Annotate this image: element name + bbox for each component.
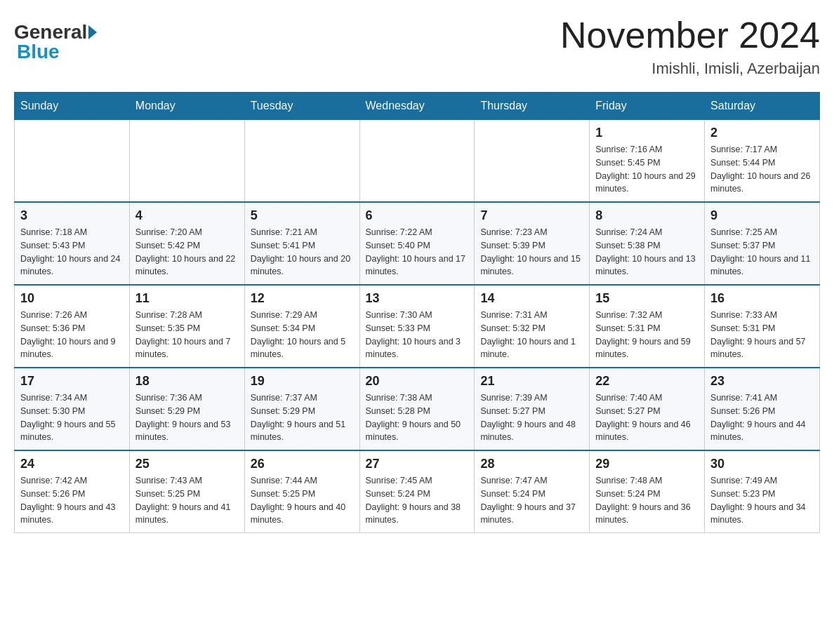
day-number: 6	[366, 208, 469, 223]
calendar-cell: 21Sunrise: 7:39 AM Sunset: 5:27 PM Dayli…	[475, 368, 590, 450]
day-info: Sunrise: 7:43 AM Sunset: 5:25 PM Dayligh…	[135, 474, 239, 527]
logo-blue-text: Blue	[17, 41, 60, 63]
day-number: 15	[595, 291, 699, 306]
calendar-cell: 30Sunrise: 7:49 AM Sunset: 5:23 PM Dayli…	[705, 450, 820, 533]
calendar-week-2: 3Sunrise: 7:18 AM Sunset: 5:43 PM Daylig…	[15, 202, 820, 285]
day-number: 14	[480, 291, 583, 306]
calendar-cell	[129, 120, 244, 203]
day-info: Sunrise: 7:24 AM Sunset: 5:38 PM Dayligh…	[595, 226, 699, 279]
calendar-cell: 5Sunrise: 7:21 AM Sunset: 5:41 PM Daylig…	[244, 202, 359, 285]
day-info: Sunrise: 7:18 AM Sunset: 5:43 PM Dayligh…	[20, 226, 124, 279]
header-day-tuesday: Tuesday	[244, 93, 359, 120]
day-info: Sunrise: 7:23 AM Sunset: 5:39 PM Dayligh…	[480, 226, 583, 279]
calendar-cell: 24Sunrise: 7:42 AM Sunset: 5:26 PM Dayli…	[15, 450, 130, 533]
day-number: 4	[135, 208, 239, 223]
header-day-wednesday: Wednesday	[359, 93, 475, 120]
page-header: General Blue November 2024 Imishli, Imis…	[14, 14, 820, 78]
day-number: 3	[20, 208, 124, 223]
day-info: Sunrise: 7:36 AM Sunset: 5:29 PM Dayligh…	[135, 391, 239, 444]
day-info: Sunrise: 7:17 AM Sunset: 5:44 PM Dayligh…	[710, 143, 814, 196]
logo-arrow-icon	[88, 25, 97, 39]
day-info: Sunrise: 7:16 AM Sunset: 5:45 PM Dayligh…	[595, 143, 699, 196]
day-info: Sunrise: 7:32 AM Sunset: 5:31 PM Dayligh…	[595, 309, 699, 361]
day-info: Sunrise: 7:30 AM Sunset: 5:33 PM Dayligh…	[366, 309, 469, 361]
day-number: 8	[595, 208, 699, 223]
calendar-week-4: 17Sunrise: 7:34 AM Sunset: 5:30 PM Dayli…	[15, 368, 820, 450]
day-info: Sunrise: 7:39 AM Sunset: 5:27 PM Dayligh…	[480, 391, 583, 444]
day-info: Sunrise: 7:49 AM Sunset: 5:23 PM Dayligh…	[710, 474, 814, 527]
calendar-title: November 2024	[560, 14, 820, 56]
day-info: Sunrise: 7:22 AM Sunset: 5:40 PM Dayligh…	[366, 226, 469, 279]
day-info: Sunrise: 7:47 AM Sunset: 5:24 PM Dayligh…	[480, 474, 583, 527]
calendar-cell: 10Sunrise: 7:26 AM Sunset: 5:36 PM Dayli…	[15, 285, 130, 368]
day-info: Sunrise: 7:21 AM Sunset: 5:41 PM Dayligh…	[251, 226, 354, 279]
calendar-cell: 13Sunrise: 7:30 AM Sunset: 5:33 PM Dayli…	[359, 285, 475, 368]
calendar-cell: 19Sunrise: 7:37 AM Sunset: 5:29 PM Dayli…	[244, 368, 359, 450]
day-number: 20	[366, 374, 469, 389]
day-info: Sunrise: 7:28 AM Sunset: 5:35 PM Dayligh…	[135, 309, 239, 361]
day-info: Sunrise: 7:48 AM Sunset: 5:24 PM Dayligh…	[595, 474, 699, 527]
calendar-cell: 18Sunrise: 7:36 AM Sunset: 5:29 PM Dayli…	[129, 368, 244, 450]
calendar-header-row: SundayMondayTuesdayWednesdayThursdayFrid…	[15, 93, 820, 120]
day-info: Sunrise: 7:41 AM Sunset: 5:26 PM Dayligh…	[710, 391, 814, 444]
day-number: 13	[366, 291, 469, 306]
logo: General Blue	[14, 21, 97, 63]
day-number: 19	[251, 374, 354, 389]
day-number: 24	[20, 457, 124, 471]
calendar-week-3: 10Sunrise: 7:26 AM Sunset: 5:36 PM Dayli…	[15, 285, 820, 368]
day-info: Sunrise: 7:37 AM Sunset: 5:29 PM Dayligh…	[251, 391, 354, 444]
calendar-cell: 1Sunrise: 7:16 AM Sunset: 5:45 PM Daylig…	[590, 120, 705, 203]
calendar-cell: 15Sunrise: 7:32 AM Sunset: 5:31 PM Dayli…	[590, 285, 705, 368]
day-number: 22	[595, 374, 699, 389]
header-day-thursday: Thursday	[475, 93, 590, 120]
title-section: November 2024 Imishli, Imisli, Azerbaija…	[560, 14, 820, 78]
calendar-cell: 27Sunrise: 7:45 AM Sunset: 5:24 PM Dayli…	[359, 450, 475, 533]
day-number: 1	[595, 126, 699, 140]
calendar-cell	[244, 120, 359, 203]
day-number: 30	[710, 457, 814, 471]
calendar-cell: 3Sunrise: 7:18 AM Sunset: 5:43 PM Daylig…	[15, 202, 130, 285]
header-day-saturday: Saturday	[705, 93, 820, 120]
day-number: 11	[135, 291, 239, 306]
calendar-cell: 20Sunrise: 7:38 AM Sunset: 5:28 PM Dayli…	[359, 368, 475, 450]
calendar-cell: 4Sunrise: 7:20 AM Sunset: 5:42 PM Daylig…	[129, 202, 244, 285]
calendar-week-1: 1Sunrise: 7:16 AM Sunset: 5:45 PM Daylig…	[15, 120, 820, 203]
calendar-cell: 6Sunrise: 7:22 AM Sunset: 5:40 PM Daylig…	[359, 202, 475, 285]
day-info: Sunrise: 7:40 AM Sunset: 5:27 PM Dayligh…	[595, 391, 699, 444]
day-number: 18	[135, 374, 239, 389]
calendar-cell: 16Sunrise: 7:33 AM Sunset: 5:31 PM Dayli…	[705, 285, 820, 368]
calendar-week-5: 24Sunrise: 7:42 AM Sunset: 5:26 PM Dayli…	[15, 450, 820, 533]
calendar-cell: 8Sunrise: 7:24 AM Sunset: 5:38 PM Daylig…	[590, 202, 705, 285]
day-number: 10	[20, 291, 124, 306]
day-info: Sunrise: 7:25 AM Sunset: 5:37 PM Dayligh…	[710, 226, 814, 279]
header-day-sunday: Sunday	[15, 93, 130, 120]
day-number: 29	[595, 457, 699, 471]
calendar-cell: 23Sunrise: 7:41 AM Sunset: 5:26 PM Dayli…	[705, 368, 820, 450]
day-number: 5	[251, 208, 354, 223]
calendar-cell: 2Sunrise: 7:17 AM Sunset: 5:44 PM Daylig…	[705, 120, 820, 203]
day-number: 28	[480, 457, 583, 471]
calendar-cell: 11Sunrise: 7:28 AM Sunset: 5:35 PM Dayli…	[129, 285, 244, 368]
day-number: 27	[366, 457, 469, 471]
calendar-cell: 9Sunrise: 7:25 AM Sunset: 5:37 PM Daylig…	[705, 202, 820, 285]
calendar-cell	[15, 120, 130, 203]
calendar-cell	[475, 120, 590, 203]
calendar-cell	[359, 120, 475, 203]
day-info: Sunrise: 7:20 AM Sunset: 5:42 PM Dayligh…	[135, 226, 239, 279]
calendar-cell: 14Sunrise: 7:31 AM Sunset: 5:32 PM Dayli…	[475, 285, 590, 368]
calendar-cell: 28Sunrise: 7:47 AM Sunset: 5:24 PM Dayli…	[475, 450, 590, 533]
day-number: 7	[480, 208, 583, 223]
calendar-cell: 25Sunrise: 7:43 AM Sunset: 5:25 PM Dayli…	[129, 450, 244, 533]
calendar-cell: 26Sunrise: 7:44 AM Sunset: 5:25 PM Dayli…	[244, 450, 359, 533]
day-number: 9	[710, 208, 814, 223]
day-info: Sunrise: 7:33 AM Sunset: 5:31 PM Dayligh…	[710, 309, 814, 361]
day-number: 12	[251, 291, 354, 306]
day-info: Sunrise: 7:31 AM Sunset: 5:32 PM Dayligh…	[480, 309, 583, 361]
day-number: 26	[251, 457, 354, 471]
day-number: 16	[710, 291, 814, 306]
day-number: 2	[710, 126, 814, 140]
day-info: Sunrise: 7:38 AM Sunset: 5:28 PM Dayligh…	[366, 391, 469, 444]
header-day-monday: Monday	[129, 93, 244, 120]
calendar-subtitle: Imishli, Imisli, Azerbaijan	[560, 60, 820, 78]
calendar-cell: 7Sunrise: 7:23 AM Sunset: 5:39 PM Daylig…	[475, 202, 590, 285]
